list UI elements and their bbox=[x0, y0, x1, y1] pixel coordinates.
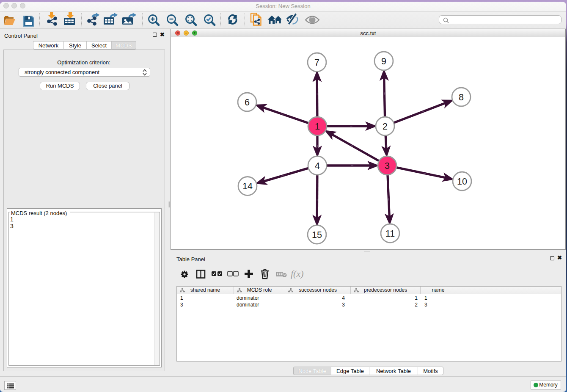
svg-text:14: 14 bbox=[242, 181, 253, 191]
svg-text:3: 3 bbox=[385, 161, 390, 171]
svg-text:2: 2 bbox=[383, 121, 388, 132]
svg-text:11: 11 bbox=[385, 229, 395, 239]
svg-text:7: 7 bbox=[314, 58, 319, 68]
svg-text:8: 8 bbox=[459, 92, 464, 102]
svg-text:15: 15 bbox=[312, 230, 322, 240]
svg-text:1: 1 bbox=[315, 121, 320, 132]
svg-text:9: 9 bbox=[381, 56, 386, 66]
svg-text:4: 4 bbox=[315, 161, 320, 171]
svg-text:6: 6 bbox=[245, 97, 250, 108]
svg-text:10: 10 bbox=[457, 177, 467, 187]
